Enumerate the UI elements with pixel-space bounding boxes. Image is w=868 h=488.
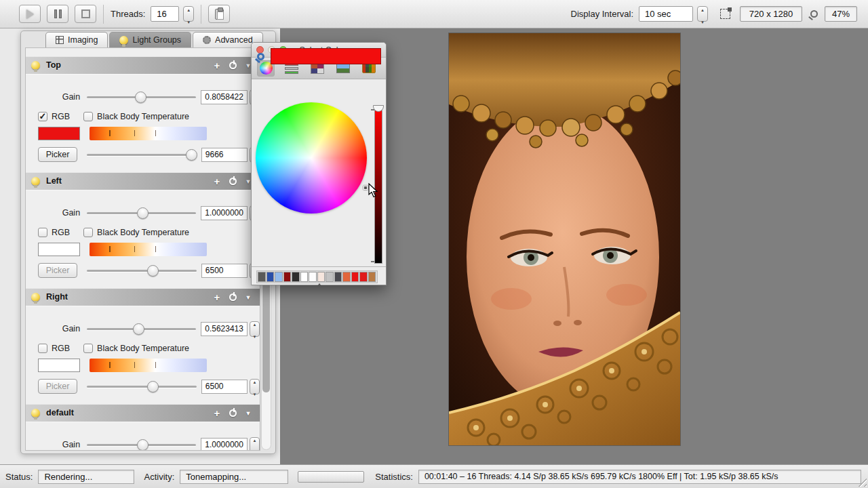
- power-toggle-icon[interactable]: [229, 178, 237, 185]
- tab-imaging-label: Imaging: [68, 35, 98, 45]
- gain-stepper[interactable]: [250, 437, 260, 451]
- lightgroup-top: Top Gain 0.8058422 ✓ RGB Black Body T: [26, 56, 260, 172]
- swatch[interactable]: [317, 272, 326, 282]
- gain-label: Gain: [26, 324, 87, 333]
- bbt-checkbox[interactable]: [83, 228, 93, 237]
- lightgroup-right-header[interactable]: Right: [26, 288, 260, 306]
- copy-log-button[interactable]: [208, 5, 230, 23]
- rgb-checkbox[interactable]: [38, 228, 47, 237]
- chevron-down-icon[interactable]: [242, 409, 254, 417]
- group-title: Left: [46, 176, 62, 186]
- swatch[interactable]: [368, 272, 376, 282]
- lightgroup-default-header[interactable]: default: [26, 404, 260, 422]
- picker-button[interactable]: Picker: [38, 147, 77, 162]
- swatch[interactable]: [283, 272, 292, 282]
- render-pause-button[interactable]: [47, 5, 68, 23]
- tab-light-groups-label: Light Groups: [132, 35, 181, 45]
- gain-slider[interactable]: [87, 439, 196, 450]
- slider-notch: [371, 261, 374, 262]
- threads-input[interactable]: 16: [151, 6, 179, 22]
- add-group-icon[interactable]: [210, 60, 224, 71]
- render-play-button[interactable]: [19, 5, 41, 23]
- swatch[interactable]: [275, 272, 283, 282]
- eyedropper-loupe-icon[interactable]: [257, 53, 264, 60]
- add-group-icon[interactable]: [210, 407, 224, 419]
- zoom-icon[interactable]: [810, 10, 818, 18]
- bbt-checkbox[interactable]: [83, 344, 93, 353]
- gain-value[interactable]: 1.0000000: [201, 438, 248, 451]
- display-interval-stepper[interactable]: [697, 6, 708, 22]
- picker-value[interactable]: 9666: [201, 148, 248, 162]
- image-icon: [336, 63, 350, 73]
- swatch[interactable]: [309, 272, 317, 282]
- activity-field: Tonemapping...: [180, 470, 288, 484]
- color-swatch[interactable]: [38, 359, 80, 372]
- gain-value[interactable]: 0.8058422: [201, 90, 248, 104]
- gain-stepper[interactable]: [250, 321, 260, 337]
- gain-slider[interactable]: [87, 92, 196, 102]
- rgb-checkbox[interactable]: [38, 344, 47, 353]
- tab-light-groups[interactable]: Light Groups: [109, 32, 191, 47]
- picker-slider[interactable]: [87, 265, 197, 276]
- color-wheel[interactable]: [256, 102, 367, 214]
- display-interval-input[interactable]: 10 sec: [639, 6, 693, 22]
- swatch-drawer-handle[interactable]: [317, 283, 322, 287]
- lightbulb-icon: [31, 293, 40, 302]
- add-group-icon[interactable]: [210, 291, 224, 303]
- picker-value[interactable]: 6500: [201, 380, 248, 394]
- rgb-checkbox[interactable]: ✓: [38, 112, 47, 121]
- crayons-icon: [362, 63, 376, 73]
- swatch[interactable]: [258, 272, 266, 282]
- tab-imaging[interactable]: Imaging: [45, 32, 108, 47]
- chevron-down-icon[interactable]: [242, 293, 254, 301]
- swatch[interactable]: [267, 272, 275, 282]
- power-toggle-icon[interactable]: [229, 409, 237, 417]
- gain-value[interactable]: 1.0000000: [201, 206, 248, 220]
- gain-label: Gain: [26, 92, 87, 102]
- swatch[interactable]: [300, 272, 309, 282]
- color-swatch[interactable]: [38, 127, 80, 140]
- swatch[interactable]: [334, 272, 342, 282]
- swatch[interactable]: [326, 272, 334, 282]
- picker-value[interactable]: 6500: [201, 264, 248, 278]
- status-label: Status:: [5, 472, 33, 482]
- lightgroups-panel: Imaging Light Groups Advanced Top: [20, 30, 276, 454]
- picker-slider[interactable]: [87, 149, 197, 160]
- power-toggle-icon[interactable]: [229, 62, 237, 69]
- gain-slider[interactable]: [87, 323, 196, 334]
- swatch-strip: [256, 270, 378, 283]
- threads-label: Threads:: [111, 9, 145, 19]
- color-swatch[interactable]: [38, 243, 80, 256]
- select-color-dialog: Select Color: [251, 42, 387, 285]
- picker-button[interactable]: Picker: [38, 379, 77, 394]
- gear-icon: [203, 36, 211, 44]
- temperature-gradient[interactable]: [90, 359, 207, 372]
- swatch[interactable]: [292, 272, 300, 282]
- picker-button[interactable]: Picker: [38, 263, 77, 278]
- slider-notch: [371, 109, 374, 110]
- gain-slider[interactable]: [87, 207, 196, 218]
- lightgroup-left-header[interactable]: Left: [26, 172, 260, 190]
- picker-stepper[interactable]: [250, 379, 260, 394]
- render-stop-button[interactable]: [75, 5, 96, 23]
- hue-selection-marker[interactable]: [363, 186, 368, 190]
- temperature-gradient[interactable]: [90, 243, 207, 256]
- power-toggle-icon[interactable]: [229, 293, 237, 301]
- threads-stepper[interactable]: [183, 6, 194, 22]
- temperature-gradient[interactable]: [90, 127, 207, 140]
- add-group-icon[interactable]: [210, 176, 224, 187]
- bbt-checkbox[interactable]: [83, 112, 93, 121]
- rgb-label: RGB: [52, 228, 70, 237]
- picker-slider[interactable]: [87, 381, 197, 392]
- pause-icon: [54, 9, 62, 18]
- activity-label: Activity:: [144, 472, 174, 482]
- lightgroup-top-header[interactable]: Top: [26, 56, 260, 74]
- swatch[interactable]: [342, 272, 351, 282]
- lightbulb-icon: [31, 177, 40, 186]
- swatch[interactable]: [359, 272, 368, 282]
- gain-value[interactable]: 0.5623413: [201, 322, 248, 336]
- resize-render-icon[interactable]: [720, 9, 730, 19]
- swatch[interactable]: [351, 272, 359, 282]
- main-toolbar: Threads: 16 Display Interval: 10 sec 720…: [0, 0, 868, 28]
- panel-tabs: Imaging Light Groups Advanced: [45, 32, 264, 47]
